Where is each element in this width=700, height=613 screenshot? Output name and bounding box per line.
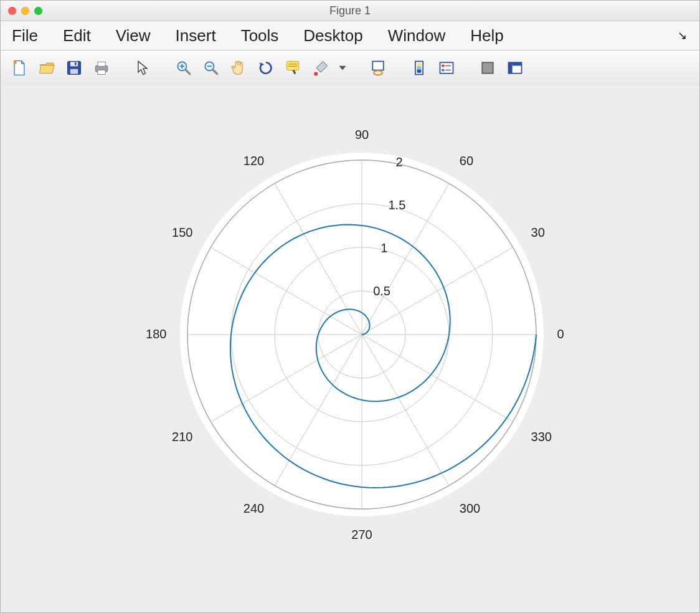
svg-text:300: 300 — [460, 501, 480, 515]
menu-edit[interactable]: Edit — [50, 24, 103, 48]
svg-text:90: 90 — [355, 128, 369, 141]
legend-icon[interactable] — [435, 57, 458, 79]
zoom-icon[interactable] — [34, 7, 42, 15]
hide-plot-tools-icon[interactable] — [476, 57, 499, 79]
figure-window: Figure 1 File Edit View Insert Tools Des… — [0, 0, 700, 613]
brush-icon[interactable] — [310, 57, 332, 79]
svg-rect-22 — [417, 63, 422, 66]
svg-text:210: 210 — [172, 430, 192, 444]
svg-rect-30 — [482, 62, 493, 74]
polar-plot: 03060901201501802102402703003300.511.52 — [1, 85, 700, 613]
svg-text:330: 330 — [531, 430, 552, 444]
toolbar — [1, 50, 699, 86]
titlebar: Figure 1 — [1, 1, 699, 21]
colorbar-icon[interactable] — [408, 57, 430, 79]
new-figure-icon[interactable] — [8, 57, 31, 79]
svg-rect-32 — [509, 62, 513, 74]
open-icon[interactable] — [35, 57, 58, 79]
pointer-icon[interactable] — [131, 57, 154, 79]
close-icon[interactable] — [8, 7, 16, 15]
svg-rect-2 — [70, 62, 78, 66]
svg-point-20 — [374, 70, 382, 75]
menu-tools[interactable]: Tools — [229, 24, 291, 48]
svg-text:0.5: 0.5 — [373, 284, 390, 298]
svg-rect-18 — [315, 72, 318, 75]
svg-text:180: 180 — [146, 327, 166, 341]
dock-icon[interactable] — [504, 57, 526, 79]
svg-rect-4 — [75, 62, 77, 65]
minimize-icon[interactable] — [21, 7, 29, 15]
svg-rect-19 — [372, 62, 384, 70]
dropdown-icon[interactable] — [337, 57, 348, 79]
svg-point-0 — [13, 61, 16, 64]
svg-text:0: 0 — [557, 327, 564, 341]
svg-rect-27 — [442, 69, 444, 72]
menubar: File Edit View Insert Tools Desktop Wind… — [1, 21, 699, 50]
svg-text:150: 150 — [172, 226, 192, 239]
svg-line-13 — [213, 70, 217, 74]
svg-line-9 — [186, 70, 190, 74]
svg-text:2: 2 — [396, 155, 403, 169]
zoom-out-icon[interactable] — [200, 57, 222, 79]
zoom-in-icon[interactable] — [173, 57, 195, 79]
svg-text:240: 240 — [244, 501, 264, 515]
svg-text:30: 30 — [531, 226, 545, 239]
svg-rect-26 — [442, 65, 444, 67]
menu-desktop[interactable]: Desktop — [291, 24, 375, 48]
data-cursor-icon[interactable] — [282, 57, 305, 79]
svg-rect-7 — [98, 70, 105, 75]
pan-icon[interactable] — [227, 57, 250, 79]
svg-text:120: 120 — [244, 154, 264, 168]
menu-view[interactable]: View — [103, 24, 163, 48]
menu-insert[interactable]: Insert — [163, 24, 229, 48]
menu-file[interactable]: File — [7, 24, 50, 48]
svg-text:1.5: 1.5 — [388, 198, 405, 212]
menu-overflow-icon[interactable]: ↘ — [678, 29, 693, 42]
menu-help[interactable]: Help — [458, 24, 516, 48]
window-controls — [1, 7, 42, 15]
svg-rect-23 — [417, 66, 422, 69]
svg-text:270: 270 — [351, 528, 372, 541]
svg-rect-33 — [513, 62, 522, 65]
svg-rect-3 — [70, 69, 78, 74]
svg-text:60: 60 — [460, 154, 473, 168]
window-title: Figure 1 — [1, 4, 699, 17]
menu-window[interactable]: Window — [376, 24, 458, 48]
svg-text:1: 1 — [381, 241, 387, 255]
svg-rect-25 — [440, 62, 453, 74]
rotate-icon[interactable] — [255, 57, 277, 79]
print-icon[interactable] — [90, 57, 113, 79]
svg-rect-6 — [98, 62, 105, 66]
save-icon[interactable] — [63, 57, 85, 79]
svg-rect-15 — [287, 62, 299, 70]
link-plot-icon[interactable] — [367, 57, 389, 79]
plot-area: 03060901201501802102402703003300.511.52 — [1, 85, 699, 612]
svg-rect-24 — [417, 70, 422, 73]
